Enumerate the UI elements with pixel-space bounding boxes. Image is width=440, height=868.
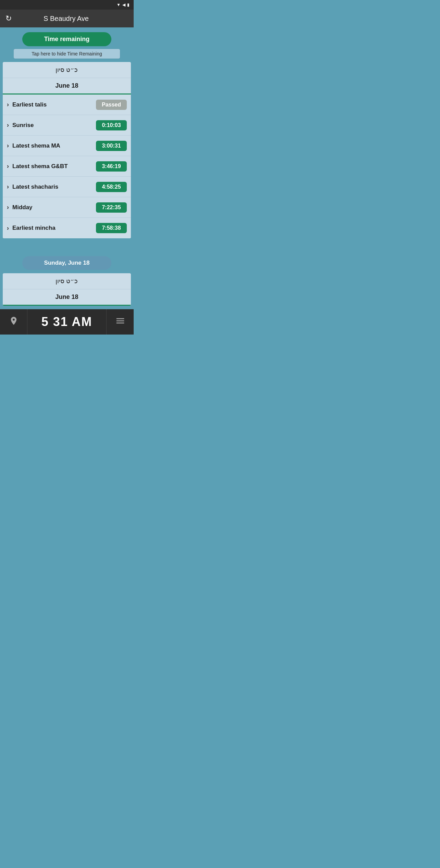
time-badge-midday: 7:22:35 bbox=[96, 202, 127, 213]
chevron-icon: › bbox=[7, 101, 9, 108]
bottom-date-pill[interactable]: Sunday, June 18 bbox=[22, 256, 111, 270]
time-badge-latest-shema-gbt: 3:46:19 bbox=[96, 161, 127, 172]
gregorian-date-2: June 18 bbox=[3, 289, 131, 306]
chevron-icon-midday: › bbox=[7, 204, 9, 211]
time-row-earliest-mincha[interactable]: › Earliest mincha 7:58:38 bbox=[3, 218, 131, 238]
time-label-latest-shema-gbt: Latest shema G&BT bbox=[12, 163, 96, 170]
main-content: Time remaining Tap here to hide Time Rem… bbox=[0, 32, 134, 309]
menu-nav-button[interactable] bbox=[106, 309, 134, 335]
chevron-icon-shema-gbt: › bbox=[7, 163, 9, 170]
time-badge-sunrise: 0:10:03 bbox=[96, 120, 127, 130]
time-display-button: 5 31 AM bbox=[27, 309, 106, 335]
hebrew-date: כ״ט סיון bbox=[3, 62, 131, 78]
time-badge-earliest-mincha: 7:58:38 bbox=[96, 223, 127, 233]
time-label-midday: Midday bbox=[12, 204, 96, 211]
signal-icon: ◀ bbox=[122, 2, 125, 7]
time-row-earliest-talis[interactable]: › Earliest talis Passed bbox=[3, 95, 131, 115]
time-row-latest-shema-ma[interactable]: › Latest shema MA 3:00:31 bbox=[3, 136, 131, 156]
time-row-latest-shema-gbt[interactable]: › Latest shema G&BT 3:46:19 bbox=[3, 156, 131, 177]
time-remaining-button[interactable]: Time remaining bbox=[22, 32, 111, 46]
time-row-midday[interactable]: › Midday 7:22:35 bbox=[3, 197, 131, 218]
location-nav-button[interactable] bbox=[0, 309, 27, 335]
status-icons: ▼ ◀ ▮ bbox=[117, 2, 130, 7]
gregorian-date: June 18 bbox=[3, 78, 131, 95]
time-label-earliest-mincha: Earliest mincha bbox=[12, 225, 96, 231]
time-row-sunrise[interactable]: › Sunrise 0:10:03 bbox=[3, 115, 131, 136]
section-spacer bbox=[0, 238, 134, 252]
time-label-latest-shacharis: Latest shacharis bbox=[12, 184, 96, 190]
date-card: כ״ט סיון June 18 › Earliest talis Passed… bbox=[3, 62, 131, 238]
chevron-icon-shema-ma: › bbox=[7, 142, 9, 149]
chevron-icon-sunrise: › bbox=[7, 122, 9, 129]
status-bar: ▼ ◀ ▮ bbox=[0, 0, 134, 10]
time-row-latest-shacharis[interactable]: › Latest shacharis 4:58:25 bbox=[3, 177, 131, 197]
time-label-latest-shema-ma: Latest shema MA bbox=[12, 142, 96, 149]
wifi-icon: ▼ bbox=[117, 2, 121, 7]
time-label-earliest-talis: Earliest talis bbox=[12, 101, 96, 108]
tap-hint-text[interactable]: Tap here to hide Time Remaining bbox=[14, 49, 120, 59]
bottom-nav: 5 31 AM bbox=[0, 309, 134, 335]
battery-icon: ▮ bbox=[127, 2, 130, 7]
hebrew-date-2: כ״ט סיון bbox=[3, 273, 131, 289]
time-badge-latest-shema-ma: 3:00:31 bbox=[96, 141, 127, 151]
menu-icon bbox=[115, 316, 125, 328]
current-time: 5 31 AM bbox=[41, 315, 93, 329]
date-card-2: כ״ט סיון June 18 bbox=[3, 273, 131, 306]
location-title: S Beaudry Ave bbox=[16, 15, 117, 23]
time-label-sunrise: Sunrise bbox=[12, 122, 96, 129]
time-badge-earliest-talis: Passed bbox=[96, 100, 127, 110]
location-icon bbox=[9, 316, 19, 328]
refresh-icon[interactable]: ↻ bbox=[5, 14, 12, 23]
time-badge-latest-shacharis: 4:58:25 bbox=[96, 182, 127, 192]
chevron-icon-mincha: › bbox=[7, 225, 9, 232]
chevron-icon-shacharis: › bbox=[7, 183, 9, 190]
top-bar: ↻ S Beaudry Ave bbox=[0, 10, 134, 27]
